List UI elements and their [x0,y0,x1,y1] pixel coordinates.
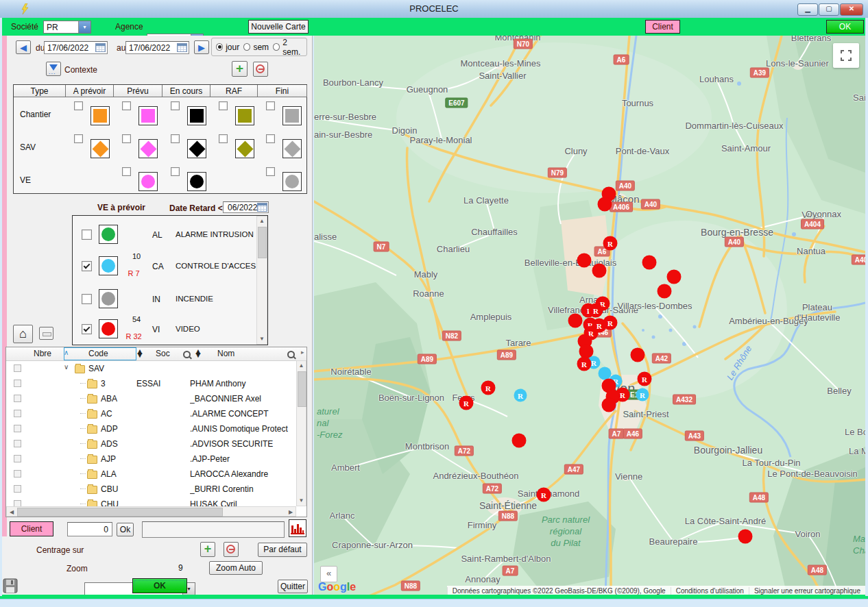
status-checkbox[interactable] [266,167,275,176]
row-checkbox[interactable] [14,485,21,493]
maximize-button[interactable]: ▢ [819,3,839,16]
scroll-left-icon[interactable]: ◀ [7,507,16,516]
chevron-down-icon[interactable]: ∨ [64,363,69,371]
table-row[interactable]: ALALAROCCA Alexandre [6,467,296,482]
status-checkbox[interactable] [74,101,83,110]
map-marker-red-r[interactable]: R [481,381,496,395]
table-row[interactable]: ABA_BACONNIER Axel [6,391,296,406]
map-marker-red-r[interactable]: R [537,488,551,502]
table-row[interactable]: 3ESSAIPHAM Anthony [6,376,296,391]
scroll-down-icon[interactable]: ▼ [257,334,267,344]
systems-scrollbar[interactable]: ▲▼ [256,216,267,345]
table-row[interactable]: ADS.ADVISOR SECURITE [6,436,296,451]
map-marker-red[interactable] [577,253,592,268]
fullscreen-button[interactable] [833,43,859,68]
system-checkbox-al[interactable] [82,230,92,240]
map-marker-red[interactable] [592,264,607,278]
map-marker-red[interactable] [631,348,645,362]
status-checkbox[interactable] [219,134,228,143]
date-retard-field[interactable]: 06/2022 [223,201,269,213]
prev-date-button[interactable]: ◀ [16,40,31,54]
status-checkbox[interactable] [171,101,180,110]
radio-2sem[interactable] [273,43,280,51]
toolbar-ok-button[interactable]: OK [826,20,864,34]
radio-sem[interactable] [243,43,250,51]
system-checkbox-ca[interactable] [82,261,92,271]
report-error-link[interactable]: Signaler une erreur cartographique [749,587,865,595]
client-button[interactable]: Client [10,521,53,536]
map-marker-red[interactable] [667,270,682,284]
table-row[interactable]: ADP.AUNIS Domotique Protect [6,421,296,436]
sort-icon[interactable]: ▲▼ [194,350,202,357]
row-checkbox[interactable] [14,455,21,462]
collapse-panel-button[interactable]: « [320,566,337,582]
date-au-field[interactable]: 17/06/2022 [125,41,189,54]
row-checkbox[interactable] [14,470,21,478]
chevron-down-icon[interactable]: ▼ [78,21,91,33]
scroll-thumb[interactable] [258,227,267,258]
tree-hscrollbar[interactable]: ◀ ▶ [6,506,296,517]
sort-icon[interactable]: ▲▼ [136,350,144,357]
map-marker-blue-r[interactable]: R [636,388,649,401]
client-search-field[interactable] [142,521,285,538]
map-marker-red-r[interactable]: R [577,357,592,371]
scroll-up-icon[interactable]: ▲ [297,361,306,371]
client-count-input[interactable]: 0 [67,522,112,536]
par-defaut-button[interactable]: Par défaut [258,543,307,557]
row-checkbox[interactable] [14,410,21,417]
table-row[interactable]: ∨SAV [6,361,296,376]
add-centrage-button[interactable]: + [200,542,215,557]
calendar-icon[interactable] [95,43,106,52]
close-button[interactable]: ✕ [840,3,863,16]
zoom-auto-button[interactable]: Zoom Auto [209,561,263,575]
col-nbre[interactable]: Nbre [34,349,51,358]
client-toolbar-button[interactable]: Client [645,20,680,34]
search-icon[interactable] [183,351,191,358]
next-date-button[interactable]: ▶ [194,40,209,54]
remove-contexte-button[interactable] [253,62,268,77]
title-bar[interactable]: PROCELEC ▁ ▢ ✕ [0,0,868,18]
row-checkbox[interactable] [14,364,21,372]
status-checkbox[interactable] [122,134,131,143]
status-checkbox[interactable] [219,101,228,110]
status-checkbox[interactable] [171,134,180,143]
col-nom[interactable]: Nom [217,349,234,358]
map-marker-red[interactable] [738,530,753,544]
map-marker-blue-r[interactable]: R [514,389,527,402]
map-marker-red-r[interactable]: R [589,304,603,318]
map-marker-red[interactable] [568,314,583,328]
minimize-button[interactable]: ▁ [797,3,818,16]
map-marker-red-r[interactable]: R [459,396,474,410]
map-marker-red[interactable] [512,434,527,448]
map-marker-red-r[interactable]: R [638,372,652,386]
status-checkbox[interactable] [266,101,275,110]
map-marker-red[interactable] [658,284,672,299]
map-marker-red[interactable] [598,197,612,212]
system-checkbox-in[interactable] [82,294,92,304]
col-code[interactable]: Code [88,349,108,358]
map-marker-red[interactable] [642,256,657,270]
table-row[interactable]: CBU_BURRI Corentin [6,482,296,497]
quitter-button[interactable]: Quitter [278,580,308,593]
remove-centrage-button[interactable] [224,542,239,557]
status-checkbox[interactable] [122,167,131,176]
map-marker-red-r[interactable]: R [603,236,618,251]
status-checkbox[interactable] [74,134,83,143]
calendar-icon[interactable] [177,43,187,52]
status-checkbox[interactable] [171,167,180,176]
ok-button[interactable]: OK [132,578,187,593]
scroll-down-icon[interactable]: ▼ [297,496,306,506]
row-checkbox[interactable] [14,440,21,447]
col-soc[interactable]: Soc [156,349,170,358]
header-more-icon[interactable]: ▸ [301,349,304,356]
terms-link[interactable]: Conditions d'utilisation [671,587,749,595]
filter-button[interactable]: ... [46,62,61,76]
scroll-thumb[interactable] [17,508,223,517]
calendar-icon[interactable] [257,203,267,212]
row-checkbox[interactable] [14,425,21,432]
nouvelle-carte-button[interactable]: Nouvelle Carte [248,20,309,34]
system-checkbox-vi[interactable] [82,324,92,334]
scroll-thumb[interactable] [298,371,306,407]
client-ok-button[interactable]: Ok [117,523,134,536]
scroll-right-icon[interactable]: ▶ [286,507,296,516]
